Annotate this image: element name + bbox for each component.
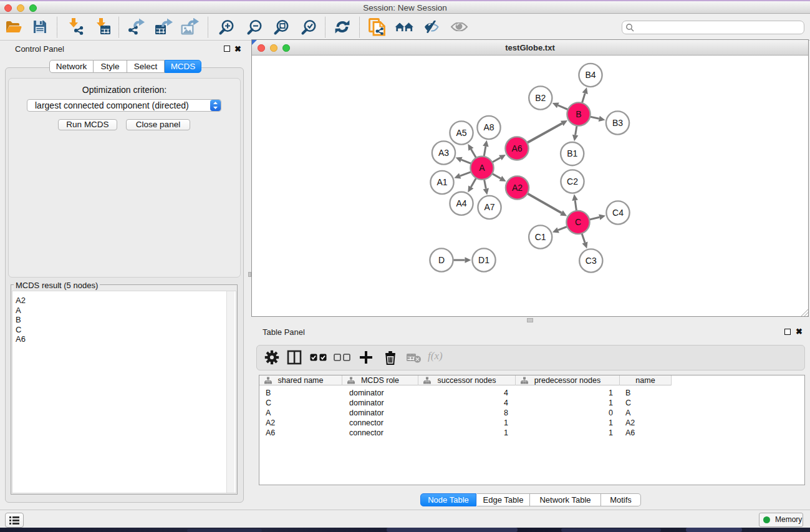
svg-text:B4: B4	[585, 70, 595, 80]
svg-text:A6: A6	[511, 143, 522, 153]
svg-text:B1: B1	[567, 148, 577, 158]
svg-text:A8: A8	[483, 122, 494, 132]
svg-text:C1: C1	[535, 232, 546, 242]
svg-text:C: C	[575, 217, 581, 227]
svg-text:A2: A2	[512, 183, 523, 193]
svg-text:D: D	[438, 255, 445, 265]
svg-text:C4: C4	[612, 208, 624, 218]
svg-text:D1: D1	[478, 255, 489, 265]
svg-text:A5: A5	[456, 128, 466, 138]
svg-text:A7: A7	[484, 202, 494, 212]
svg-text:B2: B2	[535, 93, 546, 103]
svg-text:A4: A4	[456, 198, 466, 208]
svg-text:A1: A1	[436, 177, 447, 187]
svg-text:A3: A3	[438, 148, 449, 158]
svg-text:C3: C3	[586, 256, 597, 266]
svg-text:B3: B3	[612, 118, 623, 128]
svg-text:B: B	[576, 109, 581, 119]
svg-text:C2: C2	[567, 177, 578, 186]
svg-text:A: A	[479, 163, 485, 173]
